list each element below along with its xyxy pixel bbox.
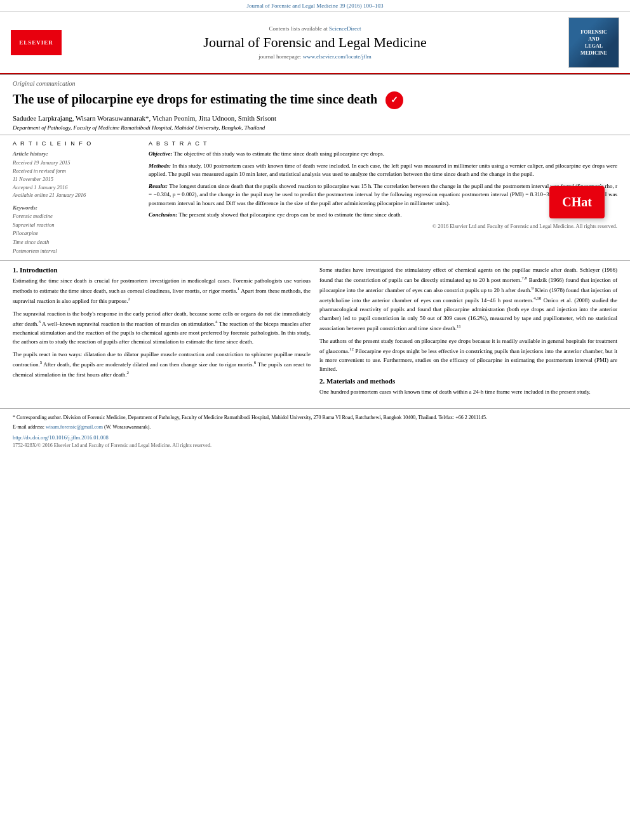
history-revised-label: Received in revised form [13,167,140,175]
article-info-header: A R T I C L E I N F O [13,140,140,147]
footnote-email: E-mail address: wisam.forensic@gmail.com… [13,423,617,431]
abstract-conclusion: Conclusion: The present study showed tha… [149,211,617,220]
journal-title-main: Journal of Forensic and Legal Medicine [203,34,426,51]
header-left: ELSEVIER [8,17,65,68]
abstract-header: A B S T R A C T [149,140,617,147]
footnote-star: * Corresponding author. Division of Fore… [13,414,617,422]
crossmark-icon: ✓ [385,91,403,109]
keyword-pilocarpine: Pilocarpine [13,229,140,238]
results-label: Results: [149,183,168,189]
keywords-label: Keywords: [13,204,140,211]
keyword-postmortem: Postmortem interval [13,247,140,256]
keyword-forensic: Forensic medicine [13,212,140,221]
introduction-title: 1. Introduction [13,266,311,274]
journal-bar: Journal of Forensic and Legal Medicine 3… [0,0,630,12]
body-right-column: Some studies have investigated the stimu… [319,266,617,401]
keyword-supravital: Supravital reaction [13,221,140,230]
results-text: The longest duration since death that th… [149,183,617,206]
right-para-2: The authors of the present study focused… [319,337,617,374]
journal-thumbnail: FORENSICANDLEGALMEDICINE [568,17,619,68]
elsevier-logo: ELSEVIER [11,30,62,55]
contents-line: Contents lists available at ScienceDirec… [269,25,361,32]
conclusion-label: Conclusion: [149,211,178,218]
email-link[interactable]: wisam.forensic@gmail.com [46,424,103,430]
journal-bar-text: Journal of Forensic and Legal Medicine 3… [247,3,384,9]
affiliation: Department of Pathology, Faculty of Medi… [0,123,630,135]
footer: * Corresponding author. Division of Fore… [0,408,630,453]
email-name: (W. Worasuwannarak). [104,424,151,430]
authors: Sadudee Larpkrajang, Wisarn Worasuwannar… [0,113,630,123]
article-info-abstract-section: A R T I C L E I N F O Article history: R… [0,135,630,261]
history-accepted: Accepted 1 January 2016 [13,183,140,192]
history-received: Received 19 January 2015 [13,159,140,167]
history-online: Available online 21 January 2016 [13,191,140,199]
doi-link[interactable]: http://dx.doi.org/10.1016/j.jflm.2016.01… [13,434,617,441]
materials-methods-title-text: Materials and methods [326,377,395,385]
homepage-link[interactable]: www.elsevier.com/locate/jflm [303,53,372,60]
abstract-column: A B S T R A C T Objective: The objective… [149,140,617,255]
article-type: Original communication [0,74,630,88]
history-label: Article history: [13,150,140,157]
article-info-column: A R T I C L E I N F O Article history: R… [13,140,140,255]
right-para-1: Some studies have investigated the stimu… [319,266,617,333]
intro-para-3: The pupils react in two ways: dilatation… [13,350,311,380]
history-revised-date: 11 November 2015 [13,175,140,183]
objective-text: The objective of this study was to estim… [174,150,384,157]
introduction-title-text: Introduction [20,266,58,274]
email-label: E-mail address: [13,424,44,430]
intro-para-1: Estimating the time since death is cruci… [13,277,311,306]
abstract-methods: Methods: In this study, 100 postmortem c… [149,162,617,179]
abstract-copyright: © 2016 Elsevier Ltd and Faculty of Foren… [149,223,617,229]
methods-label: Methods: [149,163,171,169]
header-center: Contents lists available at ScienceDirec… [71,17,559,68]
article-title: The use of pilocarpine eye drops for est… [0,88,630,113]
materials-methods-title: 2. Materials and methods [319,377,617,385]
header: ELSEVIER Contents lists available at Sci… [0,12,630,74]
abstract-objective: Objective: The objective of this study w… [149,150,617,159]
intro-para-2: The supravital reaction is the body's re… [13,310,311,347]
chat-button[interactable]: CHat [549,186,605,218]
conclusion-text: The present study showed that pilocarpin… [179,211,402,218]
materials-para-1: One hundred postmortem cases with known … [319,388,617,397]
sciencedirect-link[interactable]: ScienceDirect [329,25,361,32]
footer-copyright: 1752-928X/© 2016 Elsevier Ltd and Facult… [13,443,617,448]
objective-label: Objective: [149,150,172,157]
body-left-column: 1. Introduction Estimating the time sinc… [13,266,311,401]
header-right: FORENSICANDLEGALMEDICINE [565,17,622,68]
body-section: 1. Introduction Estimating the time sinc… [0,261,630,406]
abstract-results: Results: The longest duration since deat… [149,182,617,208]
methods-text: In this study, 100 postmortem cases with… [149,163,617,178]
journal-homepage: journal homepage: www.elsevier.com/locat… [258,53,371,60]
keyword-time-since-death: Time since death [13,238,140,247]
